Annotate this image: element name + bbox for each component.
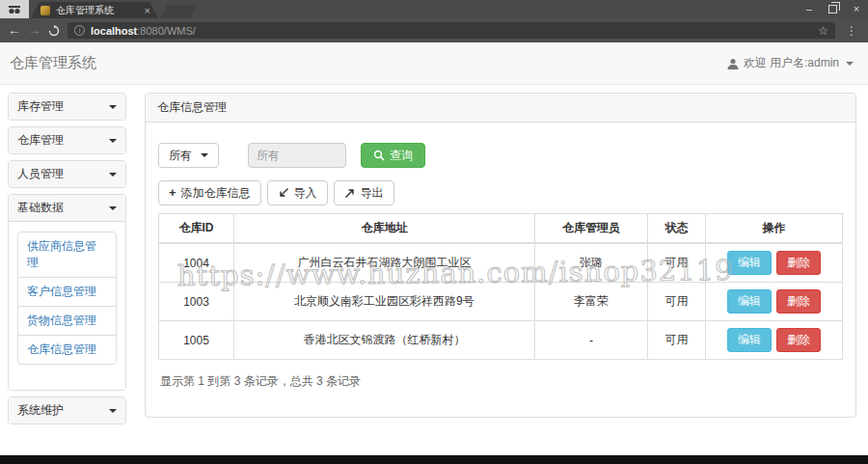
cell-warehouse-address: 香港北区文锦渡路（红桥新村） — [233, 321, 534, 360]
chevron-down-icon — [109, 173, 117, 177]
sidebar-item-system-maintenance[interactable]: 系统维护 — [9, 397, 125, 423]
site-title: 仓库管理系统 — [10, 54, 96, 72]
url-text: localhost:8080/WMS/ — [91, 25, 812, 37]
col-warehouse-manager: 仓库管理员 — [534, 214, 647, 244]
delete-button[interactable]: 删除 — [776, 251, 821, 275]
page-info-icon[interactable]: i — [74, 25, 85, 36]
chevron-down-icon — [109, 139, 117, 143]
site-header: 仓库管理系统 欢迎 用户名:admin — [0, 42, 868, 85]
sidebar-item-label: 基础数据 — [17, 200, 64, 216]
tab-favicon-icon — [41, 6, 50, 15]
pagination-summary: 显示第 1 到第 3 条记录，总共 3 条记录 — [160, 373, 843, 390]
content-area: 库存管理 仓库管理 人员管理 基础数据 — [0, 85, 868, 430]
back-icon[interactable]: ← — [8, 24, 20, 38]
edit-button[interactable]: 编辑 — [727, 328, 772, 352]
page-title: 仓库信息管理 — [146, 94, 855, 123]
chevron-down-icon — [109, 206, 117, 210]
sidebar-link-supplier-info[interactable]: 供应商信息管理 — [18, 232, 116, 277]
table-toolbar: + 添加仓库信息 导入 导出 — [158, 180, 843, 205]
reload-icon[interactable] — [48, 25, 60, 37]
sidebar-item-label: 仓库管理 — [17, 132, 64, 149]
tab-title: 仓库管理系统 — [56, 4, 139, 17]
add-warehouse-label: 添加仓库信息 — [181, 185, 251, 201]
table-header-row: 仓库ID 仓库地址 仓库管理员 状态 操作 — [159, 214, 843, 244]
sidebar-link-customer-info[interactable]: 客户信息管理 — [18, 277, 116, 306]
window-close-button[interactable]: × — [851, 3, 862, 14]
new-tab-button[interactable] — [161, 5, 197, 18]
sidebar-item-inventory[interactable]: 库存管理 — [9, 94, 125, 120]
browser-toolbar: ← → i localhost:8080/WMS/ ☆ ⋮ — [0, 18, 868, 42]
cell-warehouse-id: 1005 — [159, 321, 234, 360]
sidebar-item-label: 人员管理 — [17, 166, 64, 182]
cell-actions: 编辑删除 — [706, 321, 843, 360]
col-status: 状态 — [647, 214, 705, 244]
edit-button[interactable]: 编辑 — [727, 251, 772, 275]
address-bar[interactable]: i localhost:8080/WMS/ ☆ — [68, 22, 835, 39]
cell-warehouse-address: 广州白云石井石湖路大朗围工业区 — [233, 243, 534, 283]
browser-tab[interactable]: 仓库管理系统 × — [31, 2, 158, 18]
table-row: 1004 广州白云石井石湖路大朗围工业区 张璐 可用 编辑删除 — [159, 243, 843, 283]
tab-strip: 仓库管理系统 × – × — [0, 0, 868, 18]
cell-warehouse-manager: - — [534, 321, 647, 360]
user-icon — [727, 58, 739, 69]
tab-close-icon[interactable]: × — [145, 6, 150, 15]
warehouse-table: 仓库ID 仓库地址 仓库管理员 状态 操作 1004 广州白云石井石湖路大朗围工… — [158, 213, 843, 360]
forward-icon: → — [28, 24, 41, 38]
delete-button[interactable]: 删除 — [776, 289, 821, 314]
main-panel: 仓库信息管理 所有 查询 — [145, 93, 856, 430]
user-menu[interactable]: 欢迎 用户名:admin — [727, 55, 854, 71]
bookmark-star-icon[interactable]: ☆ — [818, 24, 828, 38]
sidebar-item-personnel[interactable]: 人员管理 — [9, 161, 125, 187]
sidebar-item-warehouse[interactable]: 仓库管理 — [9, 127, 125, 153]
incognito-icon — [0, 0, 29, 18]
chevron-down-icon — [109, 409, 117, 413]
chevron-down-icon — [109, 105, 117, 109]
sidebar: 库存管理 仓库管理 人员管理 基础数据 — [8, 93, 126, 430]
delete-button[interactable]: 删除 — [776, 328, 821, 352]
sidebar-item-label: 库存管理 — [17, 98, 64, 115]
cell-warehouse-manager: 张璐 — [534, 243, 647, 283]
export-button[interactable]: 导出 — [334, 180, 394, 205]
cell-warehouse-id: 1003 — [159, 283, 234, 321]
cell-status: 可用 — [647, 321, 705, 360]
windows-taskbar-edge — [0, 455, 868, 464]
search-input[interactable] — [248, 143, 346, 168]
window-minimize-button[interactable]: – — [803, 3, 815, 14]
filter-dropdown[interactable]: 所有 — [158, 143, 219, 168]
chevron-down-icon — [846, 62, 854, 66]
browser-chrome: 仓库管理系统 × – × ← → i localhost:8080/WMS/ ☆… — [0, 0, 868, 42]
col-actions: 操作 — [706, 214, 843, 244]
search-icon — [373, 150, 385, 161]
url-host: localhost — [91, 25, 137, 37]
filter-dropdown-label: 所有 — [169, 148, 192, 163]
export-label: 导出 — [361, 185, 384, 201]
search-button[interactable]: 查询 — [361, 143, 425, 168]
sidebar-link-goods-info[interactable]: 货物信息管理 — [18, 306, 116, 335]
plus-icon: + — [169, 187, 176, 199]
sidebar-link-warehouse-info[interactable]: 仓库信息管理 — [18, 335, 116, 364]
import-label: 导入 — [294, 185, 317, 201]
cell-warehouse-id: 1004 — [159, 243, 234, 283]
cell-actions: 编辑删除 — [706, 243, 843, 283]
import-button[interactable]: 导入 — [267, 180, 328, 205]
cell-warehouse-manager: 李富荣 — [534, 283, 647, 321]
col-warehouse-address: 仓库地址 — [233, 214, 534, 244]
browser-menu-icon[interactable]: ⋮ — [843, 24, 860, 38]
edit-button[interactable]: 编辑 — [727, 289, 772, 314]
search-button-label: 查询 — [390, 148, 413, 163]
import-icon — [278, 187, 289, 199]
sidebar-item-basic-data[interactable]: 基础数据 — [9, 195, 125, 221]
cell-status: 可用 — [647, 283, 705, 321]
col-warehouse-id: 仓库ID — [159, 214, 234, 244]
export-icon — [344, 187, 356, 199]
table-row: 1005 香港北区文锦渡路（红桥新村） - 可用 编辑删除 — [159, 321, 843, 360]
url-path: :8080/WMS/ — [137, 25, 196, 37]
add-warehouse-button[interactable]: + 添加仓库信息 — [158, 180, 261, 205]
sidebar-item-label: 系统维护 — [17, 402, 64, 419]
web-page: 仓库管理系统 欢迎 用户名:admin 库存管理 仓库管理 — [0, 42, 868, 455]
welcome-text: 欢迎 用户名:admin — [744, 55, 839, 71]
sidebar-submenu: 供应商信息管理 客户信息管理 货物信息管理 仓库信息管理 — [9, 221, 125, 390]
cell-warehouse-address: 北京顺义南彩工业园区彩祥西路9号 — [233, 283, 534, 321]
window-restore-button[interactable] — [828, 5, 837, 14]
cell-status: 可用 — [647, 243, 705, 283]
